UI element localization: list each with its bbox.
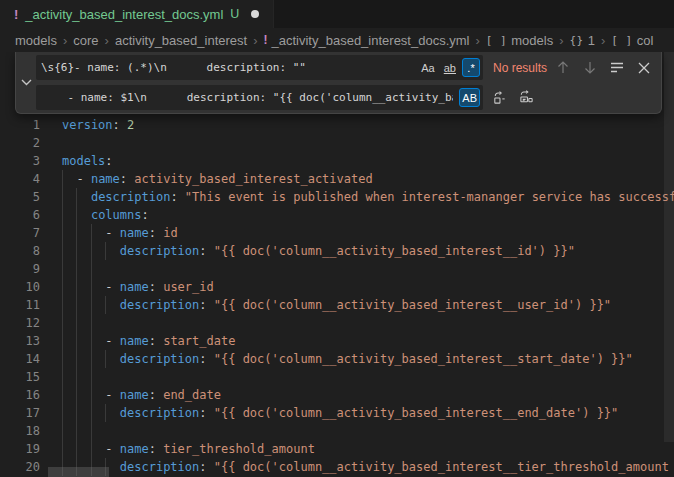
whole-word-toggle[interactable]: ab bbox=[441, 58, 459, 77]
code-line[interactable]: version: 2 bbox=[62, 116, 674, 134]
code-line[interactable]: description: "{{ doc('column__activity_b… bbox=[62, 458, 674, 476]
previous-match-button[interactable] bbox=[552, 57, 574, 79]
line-number: 5 bbox=[0, 188, 40, 206]
indent-guide bbox=[62, 170, 63, 188]
code-line[interactable] bbox=[62, 260, 674, 278]
indent-guide bbox=[62, 242, 63, 260]
breadcrumb-label: 1 bbox=[588, 33, 595, 48]
indent-guide bbox=[76, 224, 77, 242]
indent-guide bbox=[91, 296, 92, 314]
code-line[interactable]: models: bbox=[62, 152, 674, 170]
code-line[interactable]: description: "This event is published wh… bbox=[62, 188, 674, 206]
indent-guide bbox=[62, 332, 63, 350]
breadcrumb-label: col bbox=[637, 33, 654, 48]
line-number: 19 bbox=[0, 440, 40, 458]
breadcrumb-item[interactable]: activity_based_interest bbox=[115, 33, 247, 48]
line-number: 17 bbox=[0, 404, 40, 422]
line-number: 6 bbox=[0, 206, 40, 224]
find-row: \s{6}- name: (.*)\n description: "" Aa a… bbox=[36, 55, 655, 80]
code-line[interactable] bbox=[62, 422, 674, 440]
line-number: 16 bbox=[0, 386, 40, 404]
indent-guide bbox=[76, 404, 77, 422]
line-number: 3 bbox=[0, 152, 40, 170]
indent-guide bbox=[91, 314, 92, 332]
editor-pane[interactable]: 1234567891011121314151617181920 version:… bbox=[0, 52, 674, 477]
indent-guide bbox=[91, 422, 92, 440]
line-number: 8 bbox=[0, 242, 40, 260]
close-find-widget-button[interactable] bbox=[633, 57, 655, 79]
code-line[interactable]: - name: user_id bbox=[62, 278, 674, 296]
line-number: 13 bbox=[0, 332, 40, 350]
breadcrumb-item[interactable]: core bbox=[73, 33, 98, 48]
indent-guide bbox=[76, 314, 77, 332]
array-symbol-icon: [ ] bbox=[486, 34, 507, 47]
chevron-right-icon: › bbox=[476, 33, 480, 48]
line-number: 15 bbox=[0, 368, 40, 386]
line-number: 7 bbox=[0, 224, 40, 242]
code-line[interactable] bbox=[62, 368, 674, 386]
breadcrumb-item[interactable]: models bbox=[15, 33, 57, 48]
horizontal-scrollbar[interactable] bbox=[48, 467, 109, 477]
code-line[interactable]: - name: activity_based_interest_activate… bbox=[62, 170, 674, 188]
breadcrumb-item[interactable]: {}1 bbox=[569, 33, 594, 48]
indent-guide bbox=[76, 422, 77, 440]
tab-active-file[interactable]: ! _activity_based_interest_docs.yml U bbox=[0, 0, 274, 28]
find-in-selection-button[interactable] bbox=[606, 57, 628, 79]
indent-guide bbox=[62, 278, 63, 296]
breadcrumb-item[interactable]: [ ]models bbox=[486, 33, 553, 48]
find-replace-widget: \s{6}- name: (.*)\n description: "" Aa a… bbox=[15, 52, 662, 114]
find-input[interactable]: \s{6}- name: (.*)\n description: "" Aa a… bbox=[36, 55, 483, 80]
indent-guide bbox=[62, 296, 63, 314]
code-line[interactable]: description: "{{ doc('column__activity_b… bbox=[62, 350, 674, 368]
code-line[interactable] bbox=[62, 134, 674, 152]
breadcrumb-label: activity_based_interest bbox=[115, 33, 247, 48]
chevron-right-icon: › bbox=[253, 33, 257, 48]
line-number: 1 bbox=[0, 116, 40, 134]
preserve-case-toggle[interactable]: AB bbox=[459, 88, 480, 107]
code-line[interactable]: columns: bbox=[62, 206, 674, 224]
toggle-replace-button[interactable] bbox=[16, 52, 36, 113]
code-line[interactable]: description: "{{ doc('column__activity_b… bbox=[62, 242, 674, 260]
tab-filename: _activity_based_interest_docs.yml bbox=[25, 7, 223, 22]
regex-toggle[interactable]: .* bbox=[462, 58, 480, 77]
replace-all-button[interactable] bbox=[515, 87, 537, 109]
code-line[interactable]: - name: id bbox=[62, 224, 674, 242]
close-icon bbox=[638, 62, 650, 74]
breadcrumb-label: models bbox=[511, 33, 553, 48]
replace-icon bbox=[492, 90, 507, 105]
tab-bar: ! _activity_based_interest_docs.yml U bbox=[0, 0, 674, 28]
line-number: 14 bbox=[0, 350, 40, 368]
replace-button[interactable] bbox=[488, 87, 510, 109]
indent-guide bbox=[76, 296, 77, 314]
indent-guide bbox=[76, 278, 77, 296]
indent-guide bbox=[105, 404, 106, 422]
code-line[interactable]: description: "{{ doc('column__activity_b… bbox=[62, 296, 674, 314]
vertical-scrollbar[interactable] bbox=[664, 52, 674, 442]
line-number: 2 bbox=[0, 134, 40, 152]
code-line[interactable] bbox=[62, 314, 674, 332]
indent-guide bbox=[62, 404, 63, 422]
replace-all-icon bbox=[519, 90, 534, 105]
indent-guide bbox=[91, 224, 92, 242]
indent-guide bbox=[91, 278, 92, 296]
code-line[interactable]: - name: start_date bbox=[62, 332, 674, 350]
yaml-file-icon: ! bbox=[264, 33, 268, 47]
indent-guide bbox=[91, 242, 92, 260]
code-line[interactable]: - name: tier_threshold_amount bbox=[62, 440, 674, 458]
breadcrumb-item[interactable]: [ ]col bbox=[611, 33, 653, 48]
replace-input[interactable]: - name: $1\n description: "{{ doc('colum… bbox=[36, 85, 483, 110]
indent-guide bbox=[76, 188, 77, 206]
breadcrumb-item[interactable]: !_activity_based_interest_docs.yml bbox=[264, 33, 470, 48]
indent-guide bbox=[62, 350, 63, 368]
line-number: 9 bbox=[0, 260, 40, 278]
indent-guide bbox=[76, 332, 77, 350]
unsaved-changes-dot-icon[interactable] bbox=[251, 10, 259, 18]
code-area[interactable]: version: 2models: - name: activity_based… bbox=[62, 116, 674, 476]
indent-guide bbox=[62, 422, 63, 440]
line-number: 11 bbox=[0, 296, 40, 314]
code-line[interactable]: - name: end_date bbox=[62, 386, 674, 404]
indent-guide bbox=[76, 350, 77, 368]
match-case-toggle[interactable]: Aa bbox=[418, 58, 437, 77]
next-match-button[interactable] bbox=[579, 57, 601, 79]
code-line[interactable]: description: "{{ doc('column__activity_b… bbox=[62, 404, 674, 422]
